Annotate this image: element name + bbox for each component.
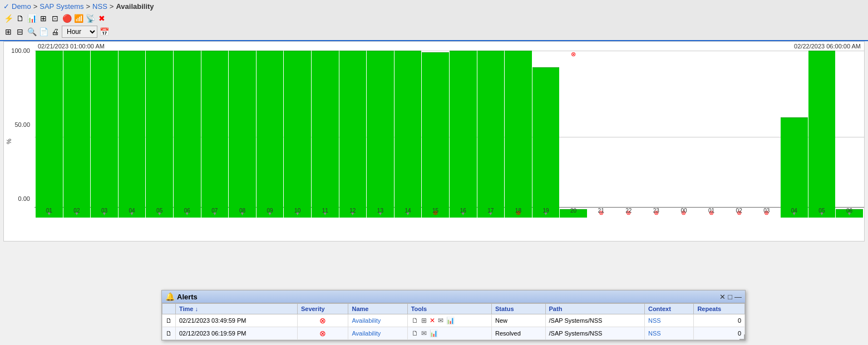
tool-chart-icon[interactable]: 📊 bbox=[446, 317, 455, 324]
close-button[interactable]: ✕ bbox=[719, 293, 726, 301]
row2-tools: 🗋 ✉ 📊 bbox=[407, 327, 491, 340]
x-label-00: 00 bbox=[670, 208, 698, 214]
bar-16[interactable]: ▼ bbox=[450, 51, 477, 218]
antenna-icon[interactable]: 📡 bbox=[85, 13, 95, 23]
alerts-icon: 🔔 bbox=[165, 292, 175, 301]
bar-06[interactable]: ▼ bbox=[174, 51, 201, 218]
bar-09[interactable]: ▼ bbox=[257, 51, 284, 218]
table-icon[interactable]: ⊞ bbox=[38, 13, 48, 23]
x-label-04: 04 bbox=[119, 208, 146, 214]
bar-14[interactable]: ▼ bbox=[394, 51, 422, 218]
bar-08[interactable]: ▼ bbox=[229, 51, 256, 218]
bar-07[interactable]: ▼ bbox=[201, 51, 229, 218]
col-status[interactable]: Status bbox=[492, 304, 546, 314]
grid2-icon[interactable]: ⊟ bbox=[15, 27, 25, 37]
col-context[interactable]: Context bbox=[644, 304, 693, 314]
bar-15[interactable]: ⊗ bbox=[422, 51, 449, 218]
breadcrumb: ✓ Demo > SAP Systems > NSS > Availabilit… bbox=[3, 1, 865, 12]
bar-02[interactable]: ▼ bbox=[63, 51, 91, 218]
tool-copy-icon[interactable]: 🗋 bbox=[412, 329, 418, 337]
alerts-panel: 🔔 Alerts ✕ □ — Time ↓ Severity Name Tool… bbox=[161, 290, 746, 341]
tool-mail-icon[interactable]: ✉ bbox=[438, 317, 443, 324]
bar-21[interactable]: ⊗ bbox=[588, 51, 615, 218]
alerts-table: Time ↓ Severity Name Tools Status Path C… bbox=[162, 303, 745, 340]
bar-00[interactable]: ⊗ bbox=[670, 51, 698, 218]
bar-03[interactable]: ▼ bbox=[91, 51, 118, 218]
bar-02b[interactable]: ⊗ bbox=[726, 51, 753, 218]
col-name[interactable]: Name bbox=[348, 304, 407, 314]
bar-11[interactable]: ▼ bbox=[312, 51, 339, 218]
refresh-icon[interactable]: ⚡ bbox=[3, 13, 13, 23]
chart-icon[interactable]: 📊 bbox=[27, 13, 37, 23]
bar-13[interactable]: ▼ bbox=[367, 51, 394, 218]
bar-01[interactable]: ▼ bbox=[36, 51, 63, 218]
bar-06b[interactable]: ▼ bbox=[836, 51, 863, 218]
bar-23[interactable]: ⊗ bbox=[643, 51, 670, 218]
tool-table-icon[interactable]: ⊞ bbox=[421, 317, 427, 324]
alerts-table-body: 🗋 02/21/2023 03:49:59 PM ⊗ Availability … bbox=[162, 314, 745, 340]
calendar-icon[interactable]: 📅 bbox=[99, 27, 109, 37]
bar-12[interactable]: ▼ bbox=[339, 51, 367, 218]
severity-error-icon: ⊗ bbox=[319, 329, 326, 338]
x-label-02b: 02 bbox=[726, 208, 753, 214]
row2-time: 02/12/2023 06:19:59 PM bbox=[176, 327, 298, 340]
row1-repeats: 0 bbox=[694, 314, 745, 327]
row1-context[interactable]: NSS bbox=[644, 314, 693, 327]
x-label-17: 17 bbox=[477, 208, 505, 214]
print-icon[interactable]: 🖨 bbox=[50, 27, 60, 37]
topology-icon[interactable]: ⊡ bbox=[50, 13, 60, 23]
bar-18[interactable]: ⊗ bbox=[505, 51, 532, 218]
bar-17[interactable]: ▼ bbox=[477, 51, 505, 218]
resize-handle[interactable] bbox=[739, 334, 745, 340]
wifi-icon[interactable]: 📶 bbox=[73, 13, 83, 23]
bar-01b[interactable]: ⊗ bbox=[698, 51, 725, 218]
page-icon[interactable]: 📄 bbox=[38, 27, 48, 37]
filter-icon[interactable]: 🔍 bbox=[27, 27, 37, 37]
x-label-13: 13 bbox=[367, 208, 394, 214]
row1-status: New bbox=[492, 314, 546, 327]
bar-04[interactable]: ▼ bbox=[119, 51, 146, 218]
row2-name[interactable]: Availability bbox=[348, 327, 407, 340]
breadcrumb-nss[interactable]: NSS bbox=[92, 2, 107, 11]
bar-05[interactable]: ▼ bbox=[146, 51, 173, 218]
bars-container: ▼ ▼ ▼ ▼ bbox=[34, 51, 864, 218]
bar-05b[interactable]: ▼ bbox=[808, 51, 836, 218]
col-time[interactable]: Time ↓ bbox=[176, 304, 298, 314]
breadcrumb-sap[interactable]: SAP Systems bbox=[40, 2, 83, 11]
grid-icon[interactable]: ⊞ bbox=[3, 27, 13, 37]
bar-10[interactable]: ▼ bbox=[284, 51, 311, 218]
restore-button[interactable]: — bbox=[734, 293, 742, 301]
row1-name[interactable]: Availability bbox=[348, 314, 407, 327]
col-severity[interactable]: Severity bbox=[297, 304, 348, 314]
time-period-select[interactable]: Hour Day Week Month bbox=[62, 26, 97, 38]
y-min-label: 0.00 bbox=[18, 195, 30, 202]
breadcrumb-demo[interactable]: Demo bbox=[12, 2, 31, 11]
row2-context[interactable]: NSS bbox=[644, 327, 693, 340]
col-repeats[interactable]: Repeats bbox=[694, 304, 745, 314]
alerts-title-bar: 🔔 Alerts ✕ □ — bbox=[162, 290, 745, 303]
x-label-06b: 06 bbox=[836, 208, 863, 214]
row1-icon: 🗋 bbox=[162, 314, 176, 327]
tool-copy-icon[interactable]: 🗋 bbox=[412, 317, 418, 324]
tool-chart-icon[interactable]: 📊 bbox=[430, 329, 438, 337]
bar-22[interactable]: ⊗ bbox=[615, 51, 642, 218]
alert-icon[interactable]: 🔴 bbox=[62, 13, 72, 23]
tool-mail-icon[interactable]: ✉ bbox=[421, 329, 427, 337]
maximize-button[interactable]: □ bbox=[728, 293, 732, 301]
y-mid-label: 50.00 bbox=[14, 121, 30, 128]
chart-area: % 100.00 50.00 0.00 02/21/2023 01:00:00 … bbox=[3, 41, 865, 241]
col-path[interactable]: Path bbox=[545, 304, 644, 314]
bar-03b[interactable]: ⊗ bbox=[753, 51, 780, 218]
x-label-05: 05 bbox=[146, 208, 173, 214]
bar-04b[interactable]: ▼ bbox=[781, 51, 808, 218]
bar-19[interactable]: ▼ bbox=[532, 51, 560, 218]
copy-icon[interactable]: 🗋 bbox=[15, 13, 25, 23]
delete-icon[interactable]: ✖ bbox=[97, 13, 107, 23]
chart-inner: 02/21/2023 01:00:00 AM 02/22/2023 06:00:… bbox=[34, 42, 864, 241]
x-label-08: 08 bbox=[229, 208, 256, 214]
tool-close-icon[interactable]: ✕ bbox=[430, 317, 435, 324]
alerts-title-text: Alerts bbox=[177, 293, 198, 301]
bar-20[interactable]: ⊗ bbox=[560, 51, 587, 218]
x-label-05b: 05 bbox=[808, 208, 836, 214]
row2-repeats: 0 bbox=[694, 327, 745, 340]
